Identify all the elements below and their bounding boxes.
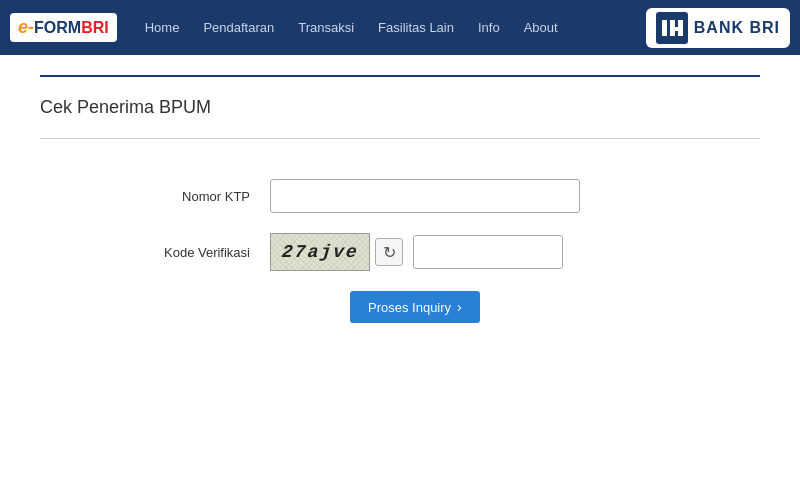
nav-menu: Home Pendaftaran Transaksi Fasilitas Lai… — [137, 14, 646, 41]
captcha-refresh-button[interactable]: ↻ — [375, 238, 403, 266]
button-row: Proses Inquiry › — [40, 291, 760, 323]
bank-bri-text: BANK BRI — [694, 19, 780, 37]
nav-item-transaksi[interactable]: Transaksi — [290, 14, 362, 41]
brand-bri: BRI — [81, 19, 109, 37]
brand-form: FORM — [34, 19, 81, 37]
captcha-text: 27ajve — [281, 242, 360, 262]
proses-inquiry-button[interactable]: Proses Inquiry › — [350, 291, 480, 323]
svg-rect-3 — [678, 20, 683, 27]
svg-rect-5 — [670, 27, 683, 31]
page-title: Cek Penerima BPUM — [40, 97, 760, 118]
nav-item-pendaftaran[interactable]: Pendaftaran — [195, 14, 282, 41]
nav-link-home[interactable]: Home — [137, 14, 188, 41]
navbar: e-FORMBRI Home Pendaftaran Transaksi Fas… — [0, 0, 800, 55]
captcha-image: 27ajve — [270, 233, 370, 271]
kode-verifikasi-label: Kode Verifikasi — [120, 245, 250, 260]
nomor-ktp-input[interactable] — [270, 179, 580, 213]
nav-item-fasilitas-lain[interactable]: Fasilitas Lain — [370, 14, 462, 41]
nav-item-info[interactable]: Info — [470, 14, 508, 41]
captcha-input[interactable] — [413, 235, 563, 269]
nav-item-about[interactable]: About — [516, 14, 566, 41]
nav-link-transaksi[interactable]: Transaksi — [290, 14, 362, 41]
nav-link-pendaftaran[interactable]: Pendaftaran — [195, 14, 282, 41]
nav-item-home[interactable]: Home — [137, 14, 188, 41]
brand-e: e- — [18, 17, 34, 38]
top-divider — [40, 75, 760, 77]
nomor-ktp-label: Nomor KTP — [120, 189, 250, 204]
proses-inquiry-label: Proses Inquiry — [368, 300, 451, 315]
nav-link-fasilitas-lain[interactable]: Fasilitas Lain — [370, 14, 462, 41]
nomor-ktp-row: Nomor KTP — [40, 179, 760, 213]
form-divider — [40, 138, 760, 139]
main-content: Cek Penerima BPUM Nomor KTP Kode Verifik… — [0, 55, 800, 353]
svg-rect-1 — [662, 20, 667, 36]
captcha-row: 27ajve ↻ — [270, 233, 563, 271]
brand-logo[interactable]: e-FORMBRI — [10, 13, 117, 42]
btn-arrow-icon: › — [457, 299, 462, 315]
nav-link-info[interactable]: Info — [470, 14, 508, 41]
kode-verifikasi-row: Kode Verifikasi 27ajve ↻ — [40, 233, 760, 271]
form-container: Nomor KTP Kode Verifikasi 27ajve ↻ Prose… — [40, 169, 760, 333]
nav-link-about[interactable]: About — [516, 14, 566, 41]
bank-bri-logo: BANK BRI — [646, 8, 790, 48]
bri-icon — [656, 12, 688, 44]
